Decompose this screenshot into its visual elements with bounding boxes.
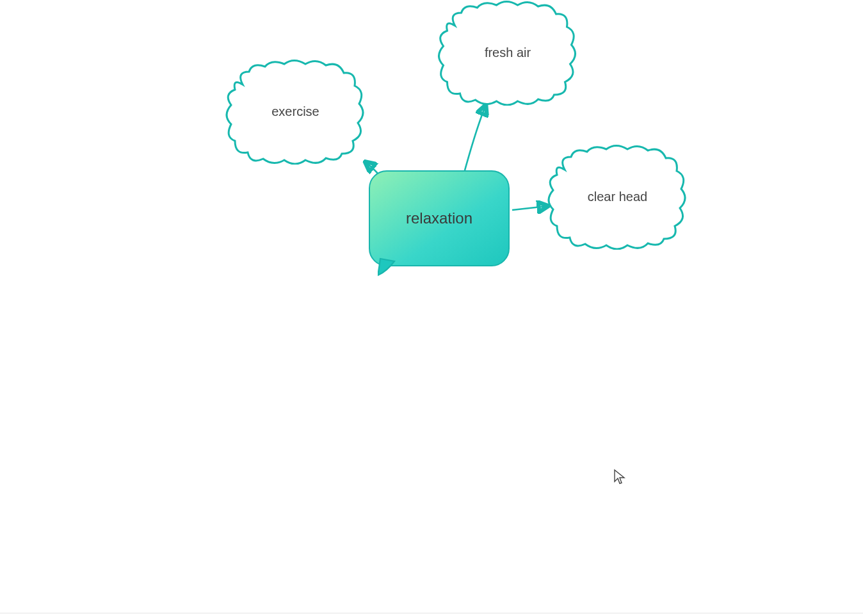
cloud-node-exercise[interactable]: exercise bbox=[223, 59, 367, 165]
cloud-node-label: fresh air bbox=[485, 45, 531, 60]
cloud-node-label: clear head bbox=[588, 190, 647, 204]
bottom-divider bbox=[0, 613, 863, 613]
central-node-relaxation[interactable]: relaxation bbox=[369, 170, 510, 266]
cursor-icon bbox=[613, 469, 626, 485]
connectors-layer bbox=[0, 0, 863, 616]
cloud-node-clearhead[interactable]: clear head bbox=[545, 144, 690, 250]
connector-clearhead bbox=[512, 206, 547, 210]
central-node-label: relaxation bbox=[406, 209, 472, 227]
cloud-node-label: exercise bbox=[271, 104, 319, 119]
cloud-node-freshair[interactable]: fresh air bbox=[435, 0, 580, 106]
connector-freshair bbox=[465, 106, 485, 170]
speech-bubble-tail-icon bbox=[378, 257, 397, 277]
diagram-canvas[interactable]: relaxation exercise fresh air clear head bbox=[0, 0, 863, 616]
